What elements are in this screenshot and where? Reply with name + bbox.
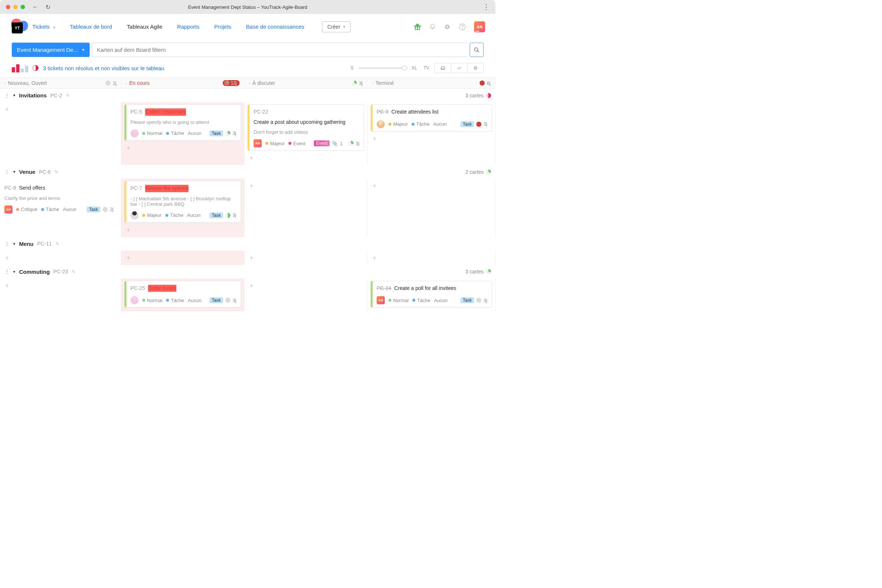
add-card-icon[interactable]: + bbox=[370, 181, 379, 192]
assignee-avatar[interactable] bbox=[130, 129, 138, 138]
board-cell[interactable]: PC-5Collect responses Please specify who… bbox=[121, 102, 244, 165]
board-cell[interactable]: PC-3Create attendees list Majeur Tâche A… bbox=[368, 102, 495, 165]
edit-icon[interactable]: ✎ bbox=[56, 241, 60, 247]
swimlane-header[interactable]: ⋮ ▾ Commuting PC-23 ✎ 3 cartes bbox=[0, 265, 495, 279]
column-header[interactable]: ‹À discuter3j bbox=[244, 78, 368, 88]
card[interactable]: PC-22Create a post about upcoming gather… bbox=[248, 104, 364, 151]
collapse-icon[interactable]: ▾ bbox=[13, 242, 15, 246]
add-card-icon[interactable]: + bbox=[248, 253, 256, 264]
board-cell[interactable]: + bbox=[0, 250, 121, 265]
tag[interactable]: Task bbox=[210, 130, 223, 136]
nav-tickets[interactable]: Tickets▾ bbox=[32, 24, 55, 30]
more-icon[interactable]: ⋮ bbox=[483, 3, 489, 11]
tag[interactable]: Task bbox=[460, 297, 474, 303]
board-selector[interactable]: Event Management De…▾ bbox=[12, 43, 90, 57]
drag-handle-icon[interactable]: ⋮ bbox=[4, 268, 9, 274]
close-icon[interactable] bbox=[6, 5, 10, 9]
board-cell[interactable]: PC-7Review the options - [ ] Manhattan 5… bbox=[121, 178, 244, 237]
board-cell[interactable]: PC-24Create a poll for all invitees AN N… bbox=[368, 279, 495, 312]
add-card-icon[interactable]: + bbox=[248, 181, 256, 192]
add-card-icon[interactable]: + bbox=[248, 281, 256, 291]
settings-icon[interactable] bbox=[468, 63, 483, 73]
inbox-icon[interactable] bbox=[435, 63, 451, 73]
add-card-icon[interactable]: + bbox=[370, 253, 379, 264]
add-card-icon[interactable]: + bbox=[3, 104, 11, 115]
board-cell[interactable]: + bbox=[0, 279, 121, 312]
help-icon[interactable] bbox=[459, 23, 466, 30]
board-cell[interactable]: + bbox=[244, 250, 368, 265]
drag-handle-icon[interactable]: ⋮ bbox=[4, 241, 9, 247]
assignee-avatar[interactable] bbox=[376, 120, 385, 128]
card[interactable]: PC-25Order buses Normal Tâche Aucun Task… bbox=[124, 281, 241, 308]
back-icon[interactable]: ← bbox=[32, 4, 38, 10]
column-header[interactable]: ‹En cours12j bbox=[121, 78, 244, 88]
drag-handle-icon[interactable]: ⋮ bbox=[4, 169, 9, 175]
board-cell[interactable]: + bbox=[121, 250, 244, 265]
assignee-avatar[interactable]: AN bbox=[254, 139, 262, 147]
assignee-avatar[interactable]: AN bbox=[376, 296, 385, 304]
column-header[interactable]: ‹Nouveau, Ouvert2j bbox=[0, 78, 121, 88]
assignee-avatar[interactable]: AN bbox=[4, 206, 12, 213]
warning-link[interactable]: 3 tickets non résolus et non visibles su… bbox=[43, 65, 164, 71]
zoom-slider[interactable] bbox=[358, 68, 406, 69]
gift-icon[interactable] bbox=[414, 23, 421, 30]
card[interactable]: PC-3Create attendees list Majeur Tâche A… bbox=[370, 104, 492, 132]
board-cell[interactable]: PC-8Send offers Clarify the price and te… bbox=[0, 178, 121, 237]
tag[interactable]: Task bbox=[210, 297, 223, 303]
add-card-icon[interactable]: + bbox=[3, 253, 11, 264]
user-avatar[interactable]: AN bbox=[474, 21, 485, 32]
tv-label[interactable]: TV bbox=[424, 65, 429, 70]
card[interactable]: PC-5Collect responses Please specify who… bbox=[124, 104, 241, 141]
add-card-icon[interactable]: + bbox=[124, 225, 133, 236]
card[interactable]: PC-24Create a poll for all invitees AN N… bbox=[370, 281, 492, 308]
swimlane-header[interactable]: ⋮ ▾ Menu PC-11 ✎ bbox=[0, 237, 495, 250]
assignee-avatar[interactable] bbox=[130, 296, 138, 304]
chart-view-icon[interactable] bbox=[451, 63, 468, 73]
tag[interactable]: Task bbox=[460, 121, 474, 127]
add-card-icon[interactable]: + bbox=[124, 143, 133, 154]
swimlane-header[interactable]: ⋮ ▾ Invitations PC-2 ✎ 3 cartes bbox=[0, 88, 495, 102]
board-cell[interactable]: + bbox=[244, 279, 368, 312]
search-button[interactable] bbox=[470, 43, 484, 57]
chart-icon[interactable] bbox=[12, 64, 28, 72]
board-cell[interactable]: PC-25Order buses Normal Tâche Aucun Task… bbox=[121, 279, 244, 312]
card[interactable]: PC-7Review the options - [ ] Manhattan 5… bbox=[124, 181, 241, 223]
add-card-icon[interactable]: + bbox=[248, 153, 256, 164]
swimlane-header[interactable]: ⋮ ▾ Venue PC-6 ✎ 2 cartes bbox=[0, 165, 495, 178]
tag[interactable]: Task bbox=[87, 207, 100, 212]
nav-agile[interactable]: Tableaux Agile bbox=[127, 24, 162, 30]
edit-icon[interactable]: ✎ bbox=[54, 169, 58, 175]
board-cell[interactable]: PC-22Create a post about upcoming gather… bbox=[244, 102, 368, 165]
board-cell[interactable]: + bbox=[244, 178, 368, 237]
filter-input[interactable] bbox=[92, 43, 468, 57]
nav-projects[interactable]: Projets bbox=[214, 24, 231, 30]
edit-icon[interactable]: ✎ bbox=[66, 93, 70, 98]
board-cell[interactable]: + bbox=[368, 250, 495, 265]
collapse-icon[interactable]: ▾ bbox=[13, 269, 15, 274]
board-cell[interactable]: + bbox=[0, 102, 121, 165]
tag[interactable]: Event bbox=[314, 140, 330, 146]
board-cell[interactable]: + bbox=[368, 178, 495, 237]
card[interactable]: PC-8Send offers Clarify the price and te… bbox=[3, 181, 118, 216]
add-card-icon[interactable]: + bbox=[124, 253, 133, 264]
attachment-icon[interactable]: 📎 bbox=[332, 141, 338, 146]
add-card-icon[interactable]: + bbox=[370, 134, 379, 144]
edit-icon[interactable]: ✎ bbox=[72, 269, 76, 274]
reload-icon[interactable]: ↻ bbox=[46, 4, 50, 10]
nav-dashboards[interactable]: Tableaux de bord bbox=[70, 24, 112, 30]
collapse-icon[interactable]: ▾ bbox=[13, 93, 15, 98]
window-controls[interactable] bbox=[6, 5, 25, 9]
maximize-icon[interactable] bbox=[21, 5, 25, 9]
drag-handle-icon[interactable]: ⋮ bbox=[4, 93, 9, 99]
create-button[interactable]: Créer▾ bbox=[322, 21, 351, 32]
bell-icon[interactable] bbox=[429, 24, 436, 30]
column-header[interactable]: ‹Terminé6j bbox=[368, 78, 495, 88]
collapse-icon[interactable]: ▾ bbox=[13, 170, 15, 174]
assignee-avatar[interactable] bbox=[130, 212, 138, 219]
nav-kb[interactable]: Base de connaissances bbox=[246, 24, 304, 30]
app-logo[interactable]: YT bbox=[10, 18, 28, 36]
add-card-icon[interactable]: + bbox=[3, 281, 11, 291]
tag[interactable]: Task bbox=[210, 212, 223, 218]
minimize-icon[interactable] bbox=[13, 5, 18, 9]
nav-reports[interactable]: Rapports bbox=[177, 24, 200, 30]
